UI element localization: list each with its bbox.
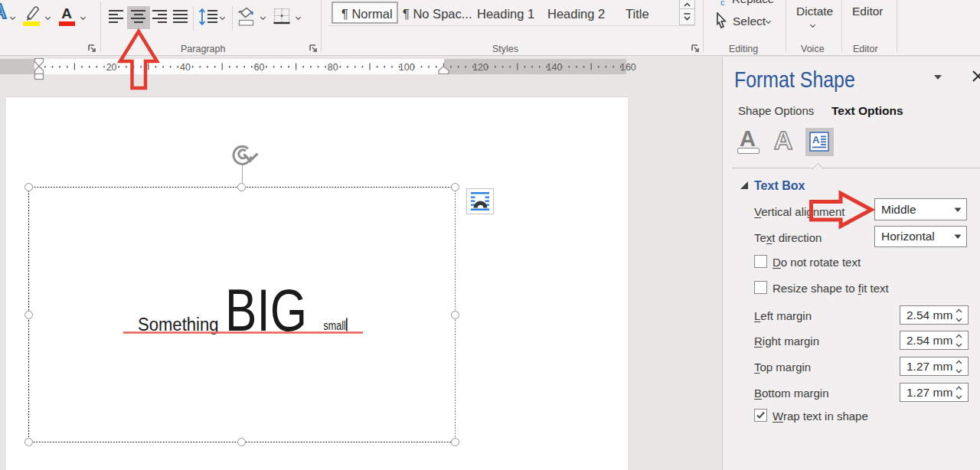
svg-text:Something: Something [138,315,219,335]
svg-text:small: small [324,319,346,332]
svg-text:A: A [812,134,820,145]
